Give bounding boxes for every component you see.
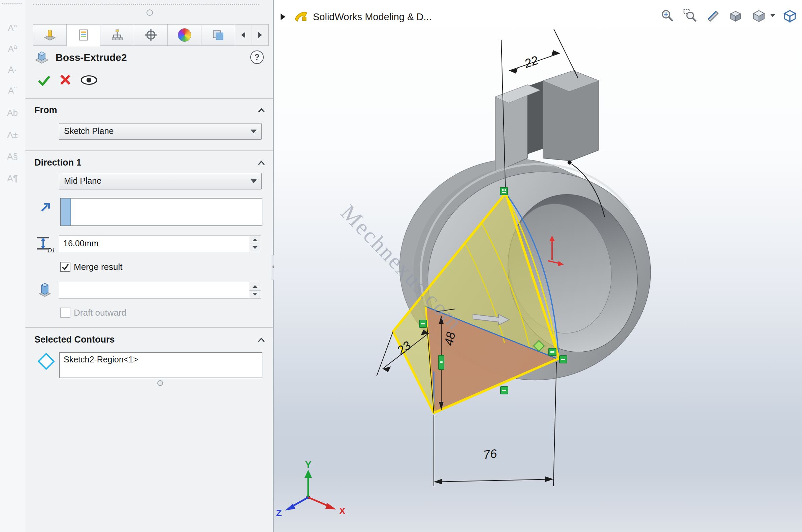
tab-scroll-right-button[interactable]: [252, 24, 269, 45]
spin-up-button[interactable]: [249, 236, 261, 244]
reverse-direction-icon[interactable]: [39, 201, 52, 213]
spin-down-button[interactable]: [249, 290, 261, 299]
help-button[interactable]: ?: [250, 51, 264, 64]
annotation-toolbar: A° Aª A· A¨ Ab A± A§ A¶: [0, 0, 25, 532]
draft-spinner: [249, 282, 261, 298]
spin-down-icon: [253, 293, 257, 296]
tab-displaymanager[interactable]: [167, 24, 201, 46]
spin-up-icon: [253, 239, 257, 241]
contours-collapse-chevron-icon[interactable]: [257, 337, 266, 343]
annotation-tool-icon-2[interactable]: Aª: [3, 40, 21, 57]
scroll-right-icon: [258, 32, 262, 38]
draft-outward-checkbox: [60, 307, 70, 318]
preview-eye-button[interactable]: [80, 74, 98, 86]
dimxpertmanager-tab-icon: [144, 28, 158, 42]
feature-title-row: Boss-Extrude2 ?: [25, 50, 273, 67]
tab-scroll-left-button[interactable]: [235, 24, 252, 45]
depth-spinner: [249, 236, 261, 252]
spin-up-button[interactable]: [249, 282, 261, 291]
annotation-tool-icon-6[interactable]: A±: [3, 127, 21, 143]
annotation-tool-icon-7[interactable]: A§: [3, 148, 21, 165]
pm-action-row: [25, 72, 273, 90]
dropdown-arrow-icon: [251, 179, 257, 183]
merge-result-checkbox[interactable]: [60, 262, 70, 272]
spin-down-icon: [253, 246, 257, 249]
triad-y-label: Y: [305, 459, 312, 470]
annotation-tool-icon-3[interactable]: A·: [3, 61, 21, 78]
tab-configurationmanager[interactable]: [100, 24, 134, 46]
direction-reference-field[interactable]: [60, 198, 262, 226]
slot-block[interactable]: [495, 71, 599, 172]
depth-value: 16.00mm: [63, 236, 98, 251]
spin-down-button[interactable]: [249, 244, 261, 252]
tab-scroll-controls: [235, 24, 269, 46]
divider: [25, 150, 273, 151]
tab-pane-extra[interactable]: [201, 24, 235, 46]
draft-icon[interactable]: [36, 281, 54, 298]
cancel-button[interactable]: [60, 74, 71, 86]
draft-outward-label: Draft outward: [74, 307, 126, 318]
model-scene[interactable]: 22 23 48 76: [274, 0, 802, 532]
from-condition-dropdown[interactable]: Sketch Plane: [59, 123, 262, 140]
featuremanager-tab-icon: [43, 28, 57, 42]
feature-title: Boss-Extrude2: [56, 52, 127, 63]
dim-base-width: 76: [483, 446, 498, 462]
direction1-collapse-chevron-icon[interactable]: [257, 159, 266, 166]
tab-featuremanager[interactable]: [33, 24, 67, 46]
toolbar-grip[interactable]: [2, 3, 21, 4]
from-group-header[interactable]: From: [34, 105, 57, 115]
direction1-group-header[interactable]: Direction 1: [34, 157, 81, 168]
tab-propertymanager[interactable]: [66, 24, 101, 46]
manager-tabs: [33, 24, 269, 46]
annotation-tool-icon-4[interactable]: A¨: [3, 82, 21, 99]
annotation-tool-icon-5[interactable]: Ab: [3, 104, 21, 121]
propertymanager-tab-icon: [76, 28, 91, 42]
configurationmanager-tab-icon: [110, 28, 124, 42]
ok-button[interactable]: [37, 74, 51, 87]
depth-value-field[interactable]: 16.00mm: [59, 235, 261, 252]
from-condition-value: Sketch Plane: [64, 124, 113, 139]
dropdown-arrow-icon: [251, 130, 257, 133]
annotation-tool-icon-8[interactable]: A¶: [3, 170, 21, 187]
panel-grip[interactable]: [33, 4, 259, 5]
annotation-tool-icon-1[interactable]: A°: [3, 20, 21, 36]
scroll-left-icon: [241, 32, 245, 38]
triad-z-label: Z: [276, 508, 281, 518]
end-condition-dropdown[interactable]: Mid Plane: [59, 173, 262, 189]
spin-up-icon: [253, 285, 257, 288]
triad-x-label: X: [339, 506, 346, 516]
selected-contours-group-header[interactable]: Selected Contours: [34, 335, 115, 345]
depth-icon: D1: [35, 235, 54, 252]
end-condition-value: Mid Plane: [64, 173, 102, 188]
tab-dimxpertmanager[interactable]: [134, 24, 168, 46]
dim-slot-width: 22: [523, 53, 540, 71]
boss-extrude-icon: [34, 50, 50, 65]
divider: [25, 327, 273, 328]
divider: [25, 98, 273, 99]
merge-result-label[interactable]: Merge result: [74, 262, 123, 272]
property-manager-panel: Boss-Extrude2 ? From Sketch Plane: [25, 0, 274, 532]
depth-icon-label: D1: [48, 248, 55, 254]
solidworks-app: A° Aª A· A¨ Ab A± A§ A¶: [0, 0, 802, 532]
field-resize-handle[interactable]: [157, 380, 163, 386]
panel-collapse-knob[interactable]: [147, 10, 153, 16]
from-collapse-chevron-icon[interactable]: [257, 107, 266, 114]
selection-color-strip: [61, 198, 71, 225]
pane-extra-tab-icon: [211, 28, 225, 42]
draft-angle-field[interactable]: [59, 282, 261, 299]
selected-contour-item[interactable]: Sketch2-Region<1>: [63, 355, 138, 364]
graphics-viewport[interactable]: SolidWorks Modeling & D...: [274, 0, 802, 532]
displaymanager-tab-icon: [178, 28, 191, 42]
selected-contours-field[interactable]: Sketch2-Region<1>: [59, 352, 262, 378]
contour-select-icon: [38, 353, 55, 370]
orientation-triad[interactable]: Y X Z: [276, 459, 345, 518]
